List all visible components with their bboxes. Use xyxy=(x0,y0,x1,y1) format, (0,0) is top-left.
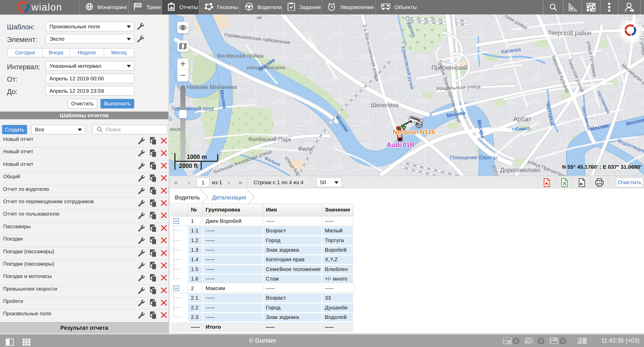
svg-text:Фили: Фили xyxy=(298,146,313,152)
svg-text:Шелепиха: Шелепиха xyxy=(371,102,399,108)
svg-text:ки: ки xyxy=(257,15,262,20)
svg-text:Нижние Мнёвники: Нижние Мнёвники xyxy=(187,84,237,90)
svg-text:Пресненский: Пресненский xyxy=(431,64,467,71)
svg-text:Арбат: Арбат xyxy=(513,115,531,123)
svg-text:Похищение Европы: Похищение Европы xyxy=(450,155,497,160)
svg-text:Дорогомилово: Дорогомилово xyxy=(500,167,540,173)
svg-text:wialon: wialon xyxy=(31,2,62,13)
svg-text:2000 ft: 2000 ft xyxy=(179,163,198,169)
svg-text:Тверской район: Тверской район xyxy=(548,30,591,36)
svg-text:Филёвский Парк: Филёвский Парк xyxy=(248,136,291,142)
svg-text:1000 m: 1000 m xyxy=(187,154,207,160)
svg-text:Тереховский пруд: Тереховский пруд xyxy=(171,106,214,111)
svg-text:Филёвская пойма: Филёвская пойма xyxy=(217,53,264,59)
